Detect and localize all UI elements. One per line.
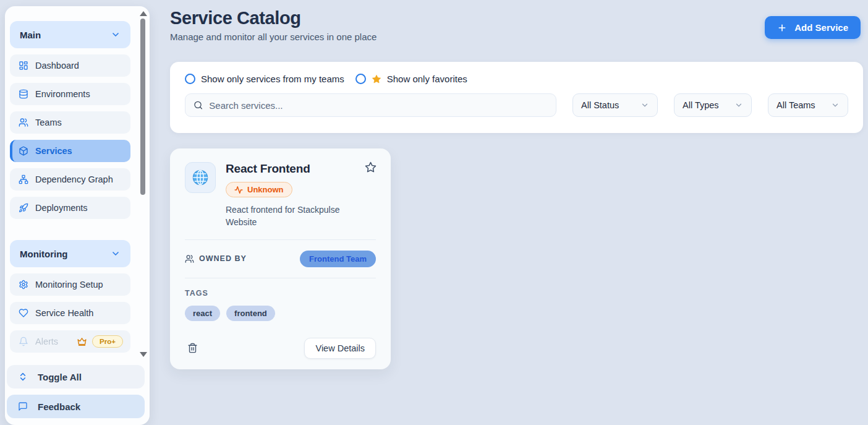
radio-circle-icon[interactable]	[355, 74, 366, 84]
tag-react: react	[185, 306, 220, 321]
sidebar-item-teams[interactable]: Teams	[10, 111, 130, 134]
toggle-all-button[interactable]: Toggle All	[7, 365, 145, 389]
type-filter-value: All Types	[683, 100, 719, 110]
section-main-label: Main	[20, 30, 41, 40]
gear-icon	[19, 280, 28, 290]
feedback-label: Feedback	[38, 401, 80, 412]
add-service-label: Add Service	[794, 22, 848, 33]
sidebar-item-services[interactable]: Services	[10, 140, 130, 162]
chevron-down-icon	[111, 30, 121, 40]
database-icon	[19, 89, 28, 99]
radio-my-teams-label: Show only services from my teams	[201, 74, 344, 84]
star-outline-icon	[365, 161, 377, 173]
radio-my-teams[interactable]: Show only services from my teams	[185, 74, 344, 84]
tags-label: TAGS	[185, 289, 376, 298]
sidebar-item-label: Alerts	[35, 337, 58, 346]
users-icon	[185, 254, 194, 264]
globe-icon	[192, 169, 209, 186]
status-badge: Unknown	[226, 182, 292, 197]
pro-plus-badge: Pro+	[92, 335, 123, 348]
card-footer: View Details	[185, 338, 376, 359]
sidebar-item-label: Deployments	[35, 203, 88, 213]
message-square-icon	[18, 401, 28, 411]
owned-by-label: OWNED BY	[199, 254, 247, 263]
status-filter-dropdown[interactable]: All Status	[572, 93, 658, 117]
toggle-all-label: Toggle All	[38, 372, 82, 382]
card-head-info: React Frontend Unknown React frontend fo…	[226, 162, 352, 229]
dashboard-icon	[19, 61, 28, 71]
chevron-down-icon	[111, 249, 121, 259]
chevrons-up-down-icon	[18, 372, 28, 382]
divider	[185, 239, 376, 240]
service-icon-box	[185, 162, 216, 193]
delete-service-button[interactable]	[185, 340, 200, 356]
sidebar-item-label: Dependency Graph	[35, 174, 113, 184]
radio-favorites-label: Show only favorites	[387, 74, 467, 84]
star-icon	[372, 74, 381, 84]
owner-team-pill[interactable]: Frontend Team	[300, 251, 376, 267]
feedback-button[interactable]: Feedback	[7, 395, 145, 418]
status-label: Unknown	[247, 185, 284, 194]
view-details-button[interactable]: View Details	[304, 338, 376, 359]
sidebar-item-dependency-graph[interactable]: Dependency Graph	[10, 168, 130, 191]
page-subtitle: Manage and monitor all your services in …	[170, 32, 377, 42]
plus-icon	[777, 23, 787, 33]
sidebar-item-label: Service Health	[35, 308, 93, 318]
sidebar-section-monitoring[interactable]: Monitoring	[10, 240, 130, 267]
search-box	[185, 93, 556, 117]
sidebar-item-environments[interactable]: Environments	[10, 83, 130, 105]
network-icon	[19, 174, 28, 184]
favorite-star-button[interactable]	[365, 161, 377, 173]
service-card: React Frontend Unknown React frontend fo…	[170, 148, 391, 369]
radio-circle-icon[interactable]	[185, 74, 195, 84]
bell-icon	[19, 337, 28, 346]
radio-favorites[interactable]: Show only favorites	[355, 74, 467, 84]
sidebar: Main Dashboard Environments Teams Servic…	[5, 6, 150, 425]
divider	[185, 278, 376, 278]
sidebar-item-alerts[interactable]: Alerts Pro+	[10, 330, 130, 353]
rocket-icon	[19, 203, 28, 213]
status-filter-value: All Status	[581, 100, 619, 110]
sidebar-item-service-health[interactable]: Service Health	[10, 302, 130, 324]
users-icon	[19, 118, 28, 127]
search-icon	[194, 100, 203, 110]
owned-by-label-group: OWNED BY	[185, 254, 247, 264]
owned-by-row: OWNED BY Frontend Team	[185, 251, 376, 267]
sidebar-item-dashboard[interactable]: Dashboard	[10, 54, 130, 77]
tags-row: react frontend	[185, 306, 376, 321]
tag-frontend: frontend	[226, 306, 275, 321]
sidebar-item-label: Environments	[35, 89, 90, 99]
sidebar-item-label: Services	[35, 146, 72, 156]
chevron-down-icon	[831, 101, 840, 109]
add-service-button[interactable]: Add Service	[765, 16, 861, 39]
package-icon	[19, 146, 28, 156]
filter-controls-row: All Status All Types All Teams	[185, 93, 848, 117]
chevron-down-icon	[640, 101, 649, 109]
crown-icon	[77, 337, 87, 347]
service-title: React Frontend	[226, 162, 352, 176]
sidebar-item-label: Dashboard	[35, 61, 79, 71]
team-filter-value: All Teams	[777, 100, 815, 110]
filter-radio-row: Show only services from my teams Show on…	[185, 74, 848, 84]
scroll-up-arrow[interactable]	[140, 11, 147, 16]
search-input[interactable]	[209, 100, 548, 111]
sidebar-section-main[interactable]: Main	[10, 21, 130, 48]
sidebar-nav: Main Dashboard Environments Teams Servic…	[10, 21, 130, 359]
pro-upgrade-group: Pro+	[77, 335, 123, 348]
activity-icon	[234, 186, 243, 194]
sidebar-item-monitoring-setup[interactable]: Monitoring Setup	[10, 273, 130, 296]
sidebar-item-deployments[interactable]: Deployments	[10, 197, 130, 219]
scroll-down-arrow[interactable]	[140, 352, 147, 357]
filter-panel: Show only services from my teams Show on…	[170, 62, 863, 133]
sidebar-item-label: Monitoring Setup	[35, 280, 103, 290]
team-filter-dropdown[interactable]: All Teams	[768, 93, 848, 117]
type-filter-dropdown[interactable]: All Types	[674, 93, 752, 117]
card-header: React Frontend Unknown React frontend fo…	[185, 162, 376, 229]
chevron-down-icon	[734, 101, 743, 109]
heart-icon	[19, 308, 28, 318]
trash-icon	[187, 343, 198, 353]
page-header: Service Catalog Manage and monitor all y…	[170, 8, 377, 42]
sidebar-scrollbar-thumb[interactable]	[140, 19, 145, 195]
section-monitoring-label: Monitoring	[20, 249, 67, 259]
sidebar-item-label: Teams	[35, 118, 62, 127]
